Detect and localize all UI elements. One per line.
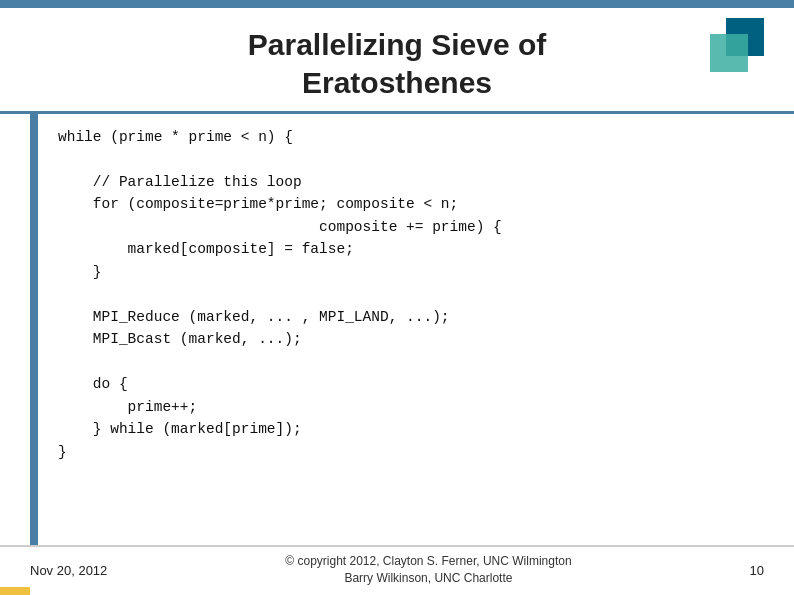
bottom-accent-bar [0, 587, 30, 595]
code-block: while (prime * prime < n) { // Paralleli… [38, 114, 794, 545]
footer-date: Nov 20, 2012 [30, 563, 107, 578]
square-front [710, 34, 748, 72]
overlapping-squares-icon [706, 18, 764, 76]
footer-copyright: © copyright 2012, Clayton S. Ferner, UNC… [285, 553, 571, 587]
slide-title: Parallelizing Sieve of Eratosthenes [248, 26, 546, 101]
content-area: while (prime * prime < n) { // Paralleli… [0, 114, 794, 545]
top-accent-bar [0, 0, 794, 8]
left-accent-bar [30, 114, 38, 545]
footer: Nov 20, 2012 © copyright 2012, Clayton S… [0, 545, 794, 595]
slide: Parallelizing Sieve of Eratosthenes whil… [0, 0, 794, 595]
header: Parallelizing Sieve of Eratosthenes [0, 8, 794, 111]
footer-page-number: 10 [750, 563, 764, 578]
